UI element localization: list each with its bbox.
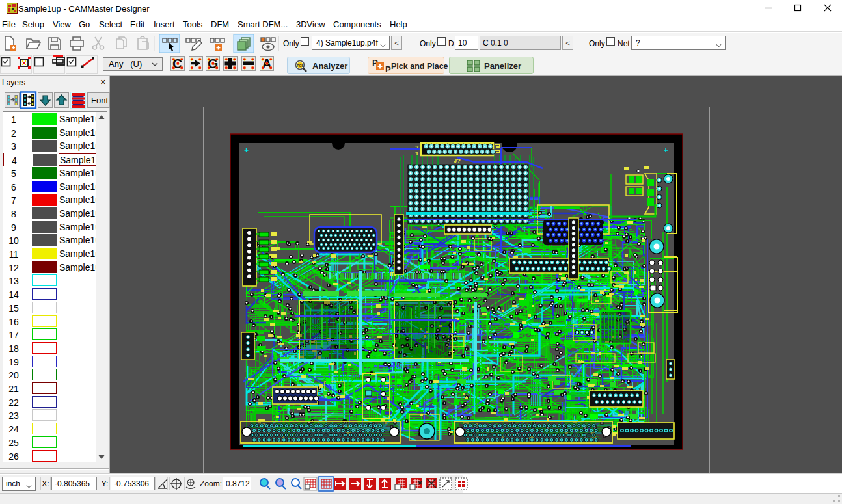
svg-text:J?: J?: [454, 158, 461, 165]
svg-text:1: 1: [415, 151, 419, 157]
svg-text:Font: Font: [91, 96, 108, 105]
svg-text:PCB: PCB: [297, 64, 304, 68]
